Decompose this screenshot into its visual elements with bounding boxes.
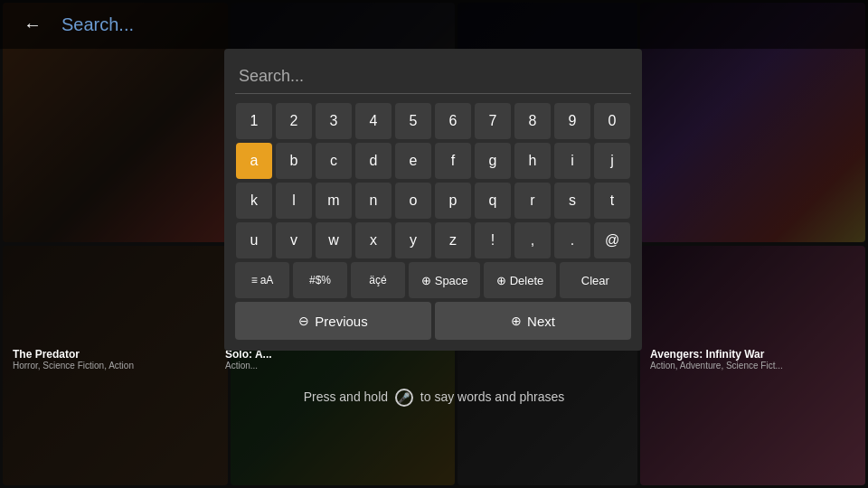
movie-label-item	[434, 348, 646, 371]
next-button[interactable]: ⊕ Next	[435, 302, 631, 340]
delete-label: Delete	[510, 274, 544, 287]
key-j[interactable]: j	[594, 143, 630, 179]
key-r[interactable]: r	[514, 183, 551, 219]
key-8[interactable]: 8	[514, 103, 551, 139]
key-s[interactable]: s	[554, 183, 590, 219]
key-at[interactable]: @	[594, 222, 630, 258]
key-q[interactable]: q	[475, 183, 511, 219]
key-7[interactable]: 7	[475, 103, 511, 139]
key-i[interactable]: i	[554, 143, 590, 179]
key-x[interactable]: x	[355, 222, 392, 258]
case-icon: ≡	[251, 274, 258, 286]
previous-button[interactable]: ⊖ Previous	[235, 302, 431, 340]
alpha-row-2: k l m n o p q r s t	[235, 183, 631, 219]
key-n[interactable]: n	[355, 183, 392, 219]
movie-label-item: Avengers: Infinity War Action, Adventure…	[646, 348, 859, 371]
key-b[interactable]: b	[276, 143, 312, 179]
key-y[interactable]: y	[395, 222, 431, 258]
key-l[interactable]: l	[276, 183, 312, 219]
key-comma[interactable]: ,	[514, 222, 551, 258]
special-row: ≡ aA #$% äçé ⊕ Space ⊕ Delete Clear	[235, 262, 631, 298]
key-4[interactable]: 4	[355, 103, 392, 139]
mic-icon: 🎤	[395, 389, 413, 407]
key-space[interactable]: ⊕ Space	[409, 262, 480, 298]
key-k[interactable]: k	[236, 183, 272, 219]
next-label: Next	[527, 314, 555, 329]
clear-label: Clear	[581, 274, 609, 287]
key-3[interactable]: 3	[316, 103, 352, 139]
key-0[interactable]: 0	[594, 103, 630, 139]
case-label: aA	[260, 274, 274, 286]
key-1[interactable]: 1	[236, 103, 272, 139]
movie-genre: Horror, Science Fiction, Action	[13, 361, 218, 371]
key-c[interactable]: c	[316, 143, 352, 179]
nav-row: ⊖ Previous ⊕ Next	[235, 302, 631, 340]
keyboard-overlay: Search... 1 2 3 4 5 6 7 8 9 0 a b c d e …	[224, 49, 642, 351]
key-period[interactable]: .	[554, 222, 590, 258]
key-w[interactable]: w	[316, 222, 352, 258]
key-h[interactable]: h	[514, 143, 551, 179]
movie-title: The Predator	[13, 348, 218, 361]
previous-icon: ⊖	[298, 314, 309, 328]
key-d[interactable]: d	[355, 143, 392, 179]
number-row: 1 2 3 4 5 6 7 8 9 0	[235, 103, 631, 139]
key-m[interactable]: m	[316, 183, 352, 219]
delete-icon: ⊕	[496, 274, 506, 287]
key-p[interactable]: p	[435, 183, 471, 219]
movie-label-item: The Predator Horror, Science Fiction, Ac…	[9, 348, 222, 371]
key-case[interactable]: ≡ aA	[235, 262, 289, 298]
accents-label: äçé	[369, 274, 386, 286]
key-clear[interactable]: Clear	[560, 262, 631, 298]
key-6[interactable]: 6	[435, 103, 471, 139]
key-delete[interactable]: ⊕ Delete	[484, 262, 555, 298]
key-v[interactable]: v	[276, 222, 312, 258]
movie-label-item: Solo: A... Action...	[222, 348, 434, 371]
movie-genre: Action, Adventure, Science Fict...	[650, 361, 855, 371]
hint-text-after: to say words and phrases	[420, 389, 565, 404]
search-input-area: Search...	[235, 60, 631, 94]
movie-genre: Action...	[225, 361, 430, 371]
topbar-search-label: Search...	[61, 14, 134, 35]
key-f[interactable]: f	[435, 143, 471, 179]
space-label: Space	[435, 274, 468, 287]
symbols-label: #$%	[309, 274, 331, 286]
space-icon: ⊕	[421, 274, 431, 287]
key-symbols[interactable]: #$%	[293, 262, 347, 298]
alpha-row-3: u v w x y z ! , . @	[235, 222, 631, 258]
topbar: ← Search...	[0, 0, 868, 49]
key-accents[interactable]: äçé	[351, 262, 405, 298]
movie-title: Avengers: Infinity War	[650, 348, 855, 361]
previous-label: Previous	[315, 314, 367, 329]
back-icon: ←	[24, 14, 42, 35]
key-5[interactable]: 5	[395, 103, 431, 139]
search-input-text: Search...	[239, 67, 304, 85]
hint-text-before: Press and hold	[304, 389, 388, 404]
back-button[interactable]: ←	[18, 10, 47, 39]
key-z[interactable]: z	[435, 222, 471, 258]
key-2[interactable]: 2	[276, 103, 312, 139]
key-u[interactable]: u	[236, 222, 272, 258]
next-icon: ⊕	[511, 314, 522, 328]
key-exclamation[interactable]: !	[475, 222, 511, 258]
key-g[interactable]: g	[475, 143, 511, 179]
key-a[interactable]: a	[236, 143, 272, 179]
key-o[interactable]: o	[395, 183, 431, 219]
key-9[interactable]: 9	[554, 103, 590, 139]
key-e[interactable]: e	[395, 143, 431, 179]
hint-bar: Press and hold 🎤 to say words and phrase…	[0, 389, 868, 407]
key-t[interactable]: t	[594, 183, 630, 219]
alpha-row-1: a b c d e f g h i j	[235, 143, 631, 179]
